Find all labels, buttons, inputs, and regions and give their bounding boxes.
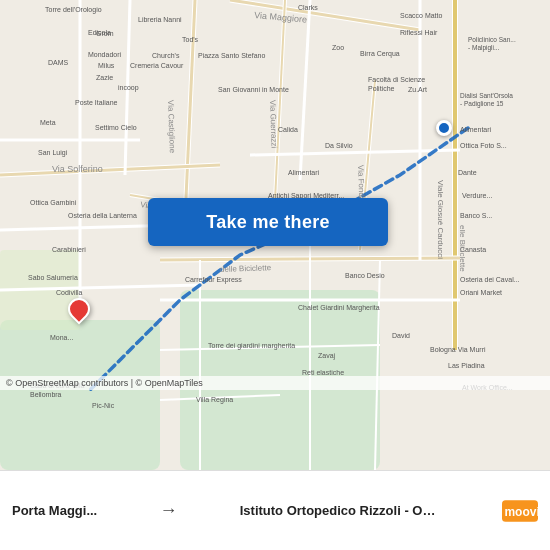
svg-text:Alimentari: Alimentari: [460, 126, 492, 133]
svg-text:Zavaj: Zavaj: [318, 352, 336, 360]
svg-text:Codivilla: Codivilla: [56, 289, 83, 296]
arrow-icon: →: [159, 500, 177, 521]
svg-text:Zu.Art: Zu.Art: [408, 86, 427, 93]
origin-pin: [436, 120, 452, 136]
svg-text:Clarks: Clarks: [298, 4, 318, 11]
svg-text:Mona...: Mona...: [50, 334, 73, 341]
svg-text:Tod's: Tod's: [182, 36, 199, 43]
svg-text:Dante: Dante: [458, 169, 477, 176]
svg-text:Riflessi Hair: Riflessi Hair: [400, 29, 438, 36]
svg-text:Cremeria Cavour: Cremeria Cavour: [130, 62, 184, 69]
svg-text:Settimo Cielo: Settimo Cielo: [95, 124, 137, 131]
svg-text:Chalet Giardini Margherita: Chalet Giardini Margherita: [298, 304, 380, 312]
svg-text:Osteria dei Caval...: Osteria dei Caval...: [460, 276, 520, 283]
svg-text:David: David: [392, 332, 410, 339]
destination-pin: [68, 298, 90, 320]
svg-text:Edicola: Edicola: [88, 29, 111, 36]
svg-text:Church's: Church's: [152, 52, 180, 59]
svg-text:Ottica Gambini: Ottica Gambini: [30, 199, 77, 206]
svg-text:Pic-Nic: Pic-Nic: [92, 402, 115, 409]
svg-text:Policlinico San...: Policlinico San...: [468, 36, 516, 43]
svg-text:Poste Italiane: Poste Italiane: [75, 99, 118, 106]
svg-text:Verdure...: Verdure...: [462, 192, 492, 199]
svg-text:incoop: incoop: [118, 84, 139, 92]
svg-text:Banco Desio: Banco Desio: [345, 272, 385, 279]
svg-text:Da Silvio: Da Silvio: [325, 142, 353, 149]
svg-text:Milus: Milus: [98, 62, 115, 69]
svg-text:Zoo: Zoo: [332, 44, 344, 51]
svg-text:- Padiglione 15: - Padiglione 15: [460, 100, 504, 108]
svg-text:delle Biciclette: delle Biciclette: [220, 263, 272, 274]
svg-text:Torre dei giardini margherita: Torre dei giardini margherita: [208, 342, 295, 350]
svg-text:Bologna Via Murri: Bologna Via Murri: [430, 346, 486, 354]
svg-text:Piazza Santo Stefano: Piazza Santo Stefano: [198, 52, 265, 59]
svg-text:elle Biciclette: elle Biciclette: [458, 225, 467, 272]
svg-text:Osteria della Lanterna: Osteria della Lanterna: [68, 212, 137, 219]
svg-text:Via Guerrazzi: Via Guerrazzi: [268, 100, 279, 149]
svg-text:Reti elastiche: Reti elastiche: [302, 369, 344, 376]
moovit-logo: moovit: [502, 493, 538, 529]
take-me-there-button[interactable]: Take me there: [148, 198, 388, 246]
svg-text:Libreria Nanni: Libreria Nanni: [138, 16, 182, 23]
svg-text:Villa Regina: Villa Regina: [196, 396, 233, 404]
bottom-bar: Porta Maggi... → Istituto Ortopedico Riz…: [0, 470, 550, 550]
svg-text:Ottica Foto S...: Ottica Foto S...: [460, 142, 507, 149]
take-me-there-label: Take me there: [206, 212, 330, 233]
svg-text:San Giovanni in Monte: San Giovanni in Monte: [218, 86, 289, 93]
svg-text:Birra Cerqua: Birra Cerqua: [360, 50, 400, 58]
svg-text:- Malpigli...: - Malpigli...: [468, 44, 500, 52]
svg-text:San Luigi: San Luigi: [38, 149, 68, 157]
svg-text:Zazie: Zazie: [96, 74, 113, 81]
svg-text:DAMS: DAMS: [48, 59, 69, 66]
svg-text:Carrefour Express: Carrefour Express: [185, 276, 242, 284]
svg-text:Politiche: Politiche: [368, 85, 395, 92]
from-location-label: Porta Maggi...: [12, 503, 97, 518]
svg-text:Viale Giosué Carducci: Viale Giosué Carducci: [436, 180, 445, 259]
map-attribution: © OpenStreetMap contributors | © OpenMap…: [0, 376, 550, 390]
svg-text:Bellombra: Bellombra: [30, 391, 62, 398]
svg-text:Banco S...: Banco S...: [460, 212, 492, 219]
svg-text:Facoltà di Scienze: Facoltà di Scienze: [368, 76, 425, 83]
svg-text:Las Piadina: Las Piadina: [448, 362, 485, 369]
svg-text:Via Solferino: Via Solferino: [52, 164, 103, 174]
svg-text:Calida: Calida: [278, 126, 298, 133]
svg-text:Mondadori: Mondadori: [88, 51, 122, 58]
svg-text:Via Castiglione: Via Castiglione: [166, 100, 177, 154]
svg-text:Alimentari: Alimentari: [288, 169, 320, 176]
map-container: Via Maggiore Via Castiglione Via Guerraz…: [0, 0, 550, 470]
svg-text:moovit: moovit: [504, 504, 538, 518]
to-location-label: Istituto Ortopedico Rizzoli - Osped...: [240, 503, 440, 518]
svg-text:Meta: Meta: [40, 119, 56, 126]
svg-text:Torre dell'Orologio: Torre dell'Orologio: [45, 6, 102, 14]
svg-text:Oriani Market: Oriani Market: [460, 289, 502, 296]
svg-text:Dialisi Sant'Orsola: Dialisi Sant'Orsola: [460, 92, 513, 99]
svg-text:Scacco Matto: Scacco Matto: [400, 12, 443, 19]
svg-text:Sabo Salumeria: Sabo Salumeria: [28, 274, 78, 281]
svg-text:Carabinieri: Carabinieri: [52, 246, 86, 253]
